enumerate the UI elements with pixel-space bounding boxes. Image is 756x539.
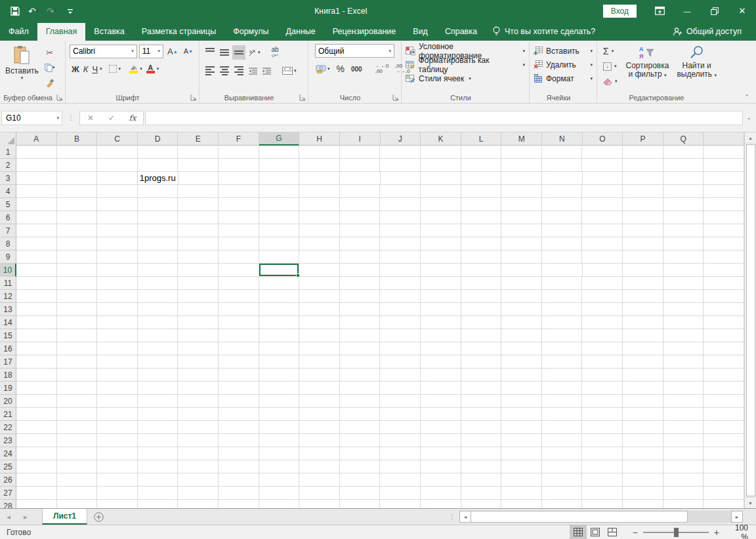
cell-B13[interactable] (57, 303, 98, 316)
cell-N14[interactable] (542, 316, 583, 329)
cell-F6[interactable] (219, 211, 259, 224)
cell-I25[interactable] (340, 460, 381, 473)
cell-P12[interactable] (623, 290, 663, 303)
cell-P23[interactable] (623, 434, 663, 447)
cell-M9[interactable] (501, 250, 542, 264)
font-name-combo[interactable]: Calibri▾ (70, 45, 137, 58)
cell-J8[interactable] (380, 237, 421, 250)
cell-J28[interactable] (380, 500, 421, 508)
cell-G2[interactable] (259, 159, 300, 172)
cell-O20[interactable] (582, 395, 623, 408)
cell-K4[interactable] (421, 185, 461, 198)
cell-A3[interactable] (16, 172, 57, 185)
cell-I6[interactable] (340, 211, 381, 224)
cell-F26[interactable] (219, 473, 259, 487)
cell-P2[interactable] (623, 159, 663, 172)
cell-A14[interactable] (16, 316, 57, 329)
cell-E8[interactable] (178, 237, 219, 250)
cell-P16[interactable] (623, 342, 663, 355)
align-middle-button[interactable] (218, 45, 231, 60)
cell-O16[interactable] (582, 342, 623, 355)
cell-N22[interactable] (542, 421, 583, 434)
cell-C2[interactable] (97, 159, 138, 172)
row-header-19[interactable]: 19 (0, 382, 16, 395)
find-select-button[interactable]: Найти и выделить ▾ (673, 44, 721, 91)
cell-K22[interactable] (421, 421, 461, 434)
cell-A9[interactable] (16, 250, 57, 264)
cell-E28[interactable] (178, 500, 219, 508)
cell-B19[interactable] (57, 382, 98, 395)
cell-H27[interactable] (299, 487, 340, 500)
cell-P7[interactable] (623, 224, 663, 237)
horizontal-scroll-thumb[interactable] (471, 511, 688, 523)
column-header-M[interactable]: M (501, 132, 542, 146)
cell-D5[interactable] (138, 198, 178, 211)
bold-button[interactable]: Ж (70, 62, 81, 76)
cell-C9[interactable] (97, 250, 138, 264)
cell-A22[interactable] (16, 421, 57, 434)
cell-Q17[interactable] (663, 355, 704, 369)
cell-partial6[interactable] (704, 211, 744, 224)
cell-I9[interactable] (340, 250, 381, 264)
cell-N4[interactable] (542, 185, 583, 198)
sheet-tab-list1[interactable]: Лист1 (42, 509, 87, 525)
cell-M27[interactable] (501, 487, 542, 500)
autosum-button[interactable]: Σ ▾ (601, 44, 620, 58)
cell-M11[interactable] (501, 277, 542, 290)
row-header-13[interactable]: 13 (0, 303, 16, 316)
cell-G22[interactable] (259, 421, 300, 434)
cell-Q11[interactable] (663, 277, 704, 290)
cell-D22[interactable] (138, 421, 178, 434)
cell-E11[interactable] (178, 277, 219, 290)
cell-J12[interactable] (380, 290, 421, 303)
cell-F24[interactable] (219, 447, 259, 460)
cell-I2[interactable] (340, 159, 381, 172)
cell-D3[interactable]: 1progs.ru (138, 172, 178, 185)
align-top-button[interactable] (203, 45, 217, 60)
align-center-button[interactable] (218, 64, 231, 78)
row-header-7[interactable]: 7 (0, 224, 16, 237)
cell-J17[interactable] (380, 355, 421, 369)
cell-D6[interactable] (138, 211, 178, 224)
cell-K20[interactable] (421, 395, 461, 408)
cell-partial17[interactable] (704, 355, 744, 369)
underline-button[interactable]: Ч (90, 62, 100, 76)
row-header-18[interactable]: 18 (0, 369, 16, 382)
cell-H10[interactable] (299, 264, 340, 277)
cell-O2[interactable] (582, 159, 623, 172)
cell-C17[interactable] (97, 355, 138, 369)
cell-N6[interactable] (542, 211, 583, 224)
cell-Q18[interactable] (663, 369, 704, 382)
row-header-6[interactable]: 6 (0, 211, 16, 224)
cell-N23[interactable] (542, 434, 583, 447)
cell-Q1[interactable] (663, 146, 704, 159)
cell-Q23[interactable] (663, 434, 704, 447)
cell-P4[interactable] (623, 185, 663, 198)
cell-partial11[interactable] (704, 277, 744, 290)
minimize-button[interactable]: — (673, 0, 701, 22)
cell-E6[interactable] (178, 211, 219, 224)
cell-I3[interactable] (340, 172, 381, 185)
cell-C26[interactable] (97, 473, 138, 487)
cell-N1[interactable] (542, 146, 583, 159)
cell-O26[interactable] (582, 473, 623, 487)
restore-button[interactable] (701, 0, 728, 22)
cell-D18[interactable] (138, 369, 178, 382)
cell-F19[interactable] (219, 382, 259, 395)
previous-sheet-button[interactable]: ◄ (0, 509, 17, 525)
cell-C6[interactable] (97, 211, 138, 224)
cell-O27[interactable] (582, 487, 623, 500)
cell-partial22[interactable] (704, 421, 744, 434)
cell-N8[interactable] (542, 237, 583, 250)
cell-I17[interactable] (340, 355, 381, 369)
cell-O19[interactable] (582, 382, 623, 395)
cell-I24[interactable] (340, 447, 381, 460)
cell-J27[interactable] (380, 487, 421, 500)
cell-N26[interactable] (542, 473, 583, 487)
cell-F21[interactable] (219, 408, 259, 421)
font-size-combo[interactable]: 11▾ (139, 45, 163, 58)
cell-C14[interactable] (97, 316, 138, 329)
cell-Q28[interactable] (663, 500, 704, 508)
row-header-15[interactable]: 15 (0, 329, 16, 342)
cell-M1[interactable] (501, 146, 542, 159)
